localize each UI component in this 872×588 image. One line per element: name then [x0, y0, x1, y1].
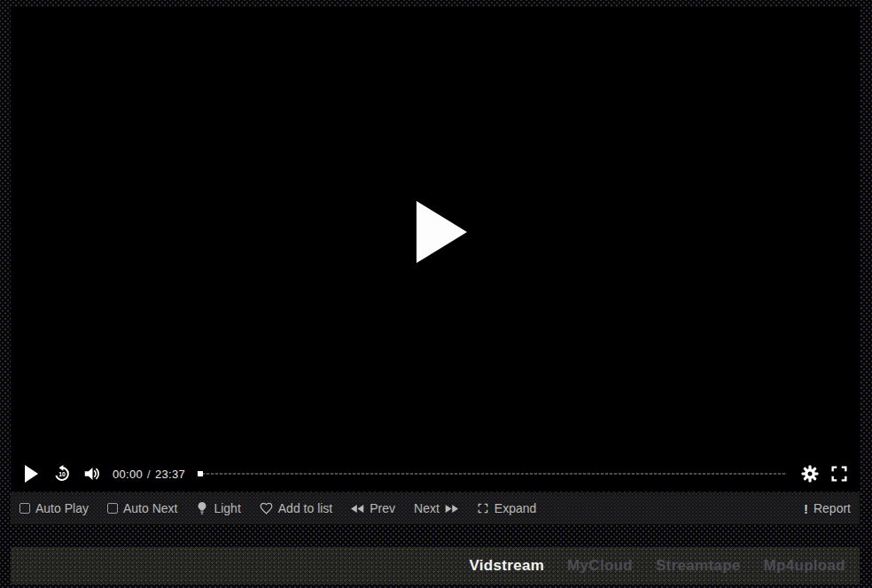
auto-play-checkbox-icon[interactable] — [19, 503, 30, 514]
player-control-bar: 10 00:00/23:37 — [11, 456, 860, 491]
big-play-icon[interactable] — [417, 201, 467, 263]
prev-double-arrow-icon — [351, 504, 364, 514]
play-icon — [25, 465, 38, 483]
play-button[interactable] — [21, 461, 42, 486]
report-label: Report — [814, 501, 851, 515]
current-time: 00:00 — [113, 468, 143, 481]
light-toggle[interactable]: Light — [196, 501, 240, 515]
volume-button[interactable] — [82, 461, 102, 486]
rewind-10-button[interactable]: 10 — [52, 461, 72, 486]
auto-next-checkbox-icon[interactable] — [107, 503, 118, 514]
time-display: 00:00/23:37 — [113, 468, 185, 481]
heart-icon — [260, 502, 273, 514]
duration: 23:37 — [155, 468, 185, 481]
server-selector: Vidstream MyCloud Streamtape Mp4upload — [11, 547, 860, 584]
video-area[interactable] — [11, 7, 860, 456]
light-label: Light — [214, 501, 240, 515]
rewind-10-icon: 10 — [52, 464, 72, 484]
lightbulb-icon — [196, 501, 208, 515]
settings-gear-icon — [801, 465, 819, 483]
auto-next-label: Auto Next — [123, 501, 177, 515]
next-double-arrow-icon — [445, 504, 458, 514]
progress-playhead[interactable] — [198, 471, 203, 476]
next-label: Next — [414, 501, 440, 515]
auto-play-label: Auto Play — [35, 501, 89, 515]
fullscreen-icon — [829, 464, 849, 484]
server-tab-mp4upload[interactable]: Mp4upload — [764, 557, 845, 575]
auto-play-toggle[interactable]: Auto Play — [19, 501, 89, 515]
options-toolbar: Auto Play Auto Next Light Add to list Pr… — [11, 492, 860, 524]
server-tab-vidstream[interactable]: Vidstream — [469, 557, 544, 575]
report-button[interactable]: ! Report — [804, 501, 851, 516]
fullscreen-button[interactable] — [829, 461, 849, 486]
prev-episode-button[interactable]: Prev — [351, 501, 395, 515]
next-episode-button[interactable]: Next — [414, 501, 458, 515]
exclamation-icon: ! — [804, 501, 808, 516]
add-to-list-button[interactable]: Add to list — [260, 501, 332, 515]
progress-track — [198, 473, 787, 475]
volume-icon — [82, 464, 102, 484]
progress-bar[interactable] — [198, 468, 787, 479]
time-separator: / — [147, 468, 151, 481]
prev-label: Prev — [370, 501, 395, 515]
settings-button[interactable] — [801, 461, 819, 486]
server-tab-streamtape[interactable]: Streamtape — [656, 557, 741, 575]
auto-next-toggle[interactable]: Auto Next — [107, 501, 177, 515]
svg-text:10: 10 — [58, 471, 66, 477]
add-to-list-label: Add to list — [278, 501, 332, 515]
expand-button[interactable]: Expand — [477, 501, 536, 515]
video-player: 10 00:00/23:37 — [11, 7, 860, 491]
expand-icon — [477, 502, 489, 514]
server-tab-mycloud[interactable]: MyCloud — [567, 557, 633, 575]
expand-label: Expand — [494, 501, 536, 515]
